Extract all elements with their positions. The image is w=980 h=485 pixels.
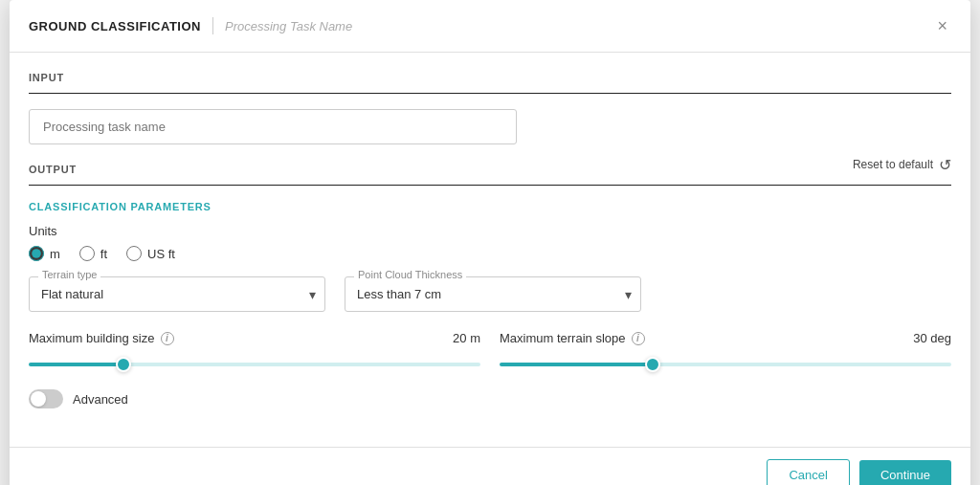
reset-label: Reset to default bbox=[853, 158, 933, 171]
max-building-size-header: Maximum building size i 20 m bbox=[29, 331, 480, 345]
reset-to-default-button[interactable]: Reset to default ↺ bbox=[853, 156, 951, 174]
task-name-input[interactable] bbox=[29, 109, 517, 144]
dialog-title: GROUND CLASSIFICATION bbox=[29, 19, 201, 33]
max-building-size-value: 20 m bbox=[453, 331, 480, 345]
dropdowns-row: Terrain type Flat natural Flat urban Hil… bbox=[29, 276, 951, 312]
max-building-size-slider[interactable] bbox=[29, 363, 480, 366]
max-building-size-group: Maximum building size i 20 m bbox=[29, 331, 480, 370]
units-label: Units bbox=[29, 224, 951, 238]
max-building-size-info-icon: i bbox=[161, 332, 174, 345]
max-terrain-slope-title-row: Maximum terrain slope i bbox=[500, 331, 645, 345]
advanced-toggle[interactable] bbox=[29, 389, 63, 408]
advanced-label: Advanced bbox=[73, 392, 128, 407]
radio-input-us-ft[interactable] bbox=[126, 246, 142, 261]
radio-m[interactable]: m bbox=[29, 246, 60, 261]
toggle-thumb bbox=[31, 391, 46, 407]
radio-input-ft[interactable] bbox=[79, 246, 95, 261]
toggle-track bbox=[29, 389, 63, 408]
radio-label-m: m bbox=[50, 247, 60, 261]
output-section-label: OUTPUT bbox=[29, 164, 77, 175]
input-divider bbox=[29, 93, 951, 94]
point-cloud-thickness-group: Point Cloud Thickness Less than 7 cm Les… bbox=[345, 276, 641, 312]
header-divider bbox=[212, 17, 213, 34]
terrain-type-group: Terrain type Flat natural Flat urban Hil… bbox=[29, 276, 325, 312]
max-terrain-slope-value: 30 deg bbox=[913, 331, 951, 345]
classification-params-label: CLASSIFICATION PARAMETERS bbox=[29, 201, 951, 212]
terrain-type-select[interactable]: Flat natural Flat urban Hilly Mountains bbox=[29, 276, 325, 312]
point-cloud-thickness-select[interactable]: Less than 7 cm Less than 15 cm Less than… bbox=[345, 276, 641, 312]
ground-classification-dialog: GROUND CLASSIFICATION Processing Task Na… bbox=[10, 0, 970, 485]
output-divider bbox=[29, 185, 951, 186]
max-building-size-label: Maximum building size bbox=[29, 331, 155, 345]
max-terrain-slope-label: Maximum terrain slope bbox=[500, 331, 626, 345]
dialog-body: INPUT OUTPUT Reset to default ↺ CLASSIFI… bbox=[10, 53, 970, 447]
radio-label-us-ft: US ft bbox=[147, 247, 175, 261]
max-terrain-slope-info-icon: i bbox=[632, 332, 645, 345]
dialog-footer: Cancel Continue bbox=[10, 447, 970, 485]
continue-button[interactable]: Continue bbox=[859, 460, 951, 485]
terrain-type-label: Terrain type bbox=[38, 269, 100, 280]
output-row: OUTPUT Reset to default ↺ bbox=[29, 144, 951, 185]
max-building-size-title-row: Maximum building size i bbox=[29, 331, 174, 345]
close-button[interactable]: × bbox=[933, 15, 951, 36]
input-section-label: INPUT bbox=[29, 72, 951, 83]
dialog-subtitle: Processing Task Name bbox=[225, 19, 352, 33]
advanced-row: Advanced bbox=[29, 389, 951, 408]
radio-input-m[interactable] bbox=[29, 246, 44, 261]
reset-icon: ↺ bbox=[939, 156, 951, 174]
radio-us-ft[interactable]: US ft bbox=[126, 246, 175, 261]
max-terrain-slope-slider[interactable] bbox=[500, 363, 951, 366]
sliders-row: Maximum building size i 20 m Maximum ter… bbox=[29, 331, 951, 370]
cancel-button[interactable]: Cancel bbox=[767, 459, 849, 485]
radio-ft[interactable]: ft bbox=[79, 246, 107, 261]
dialog-header: GROUND CLASSIFICATION Processing Task Na… bbox=[10, 0, 970, 53]
max-terrain-slope-header: Maximum terrain slope i 30 deg bbox=[500, 331, 951, 345]
radio-label-ft: ft bbox=[100, 247, 107, 261]
max-terrain-slope-group: Maximum terrain slope i 30 deg bbox=[500, 331, 951, 370]
units-radio-group: m ft US ft bbox=[29, 246, 951, 261]
point-cloud-thickness-label: Point Cloud Thickness bbox=[354, 269, 466, 280]
